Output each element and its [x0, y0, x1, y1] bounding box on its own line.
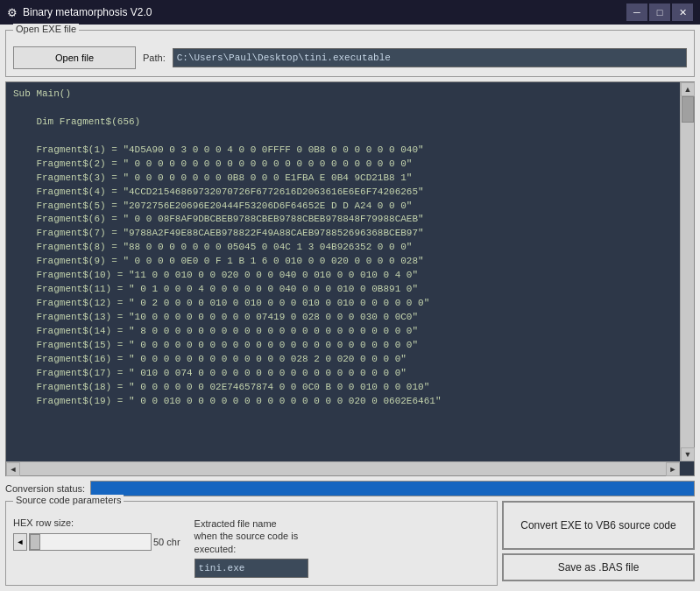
extracted-col: Extracted file name when the source code… [194, 517, 308, 578]
progress-bar-fill [91, 482, 694, 496]
scroll-left-arrow[interactable]: ◄ [6, 462, 20, 476]
title-bar-text: ⚙ Binary metamorphosis V2.0 [7, 6, 152, 19]
scroll-thumb[interactable] [682, 96, 694, 123]
bottom-panels: Source code parameters HEX row size: ◄ 5… [5, 501, 695, 586]
hex-row: HEX row size: [13, 517, 180, 528]
open-exe-group: Open EXE file Open file Path: [5, 30, 695, 77]
window-title: Binary metamorphosis V2.0 [23, 6, 152, 18]
main-window: Open EXE file Open file Path: Sub Main()… [0, 25, 700, 591]
app-icon: ⚙ [7, 6, 18, 19]
right-buttons: Convert EXE to VB6 source code Save as .… [502, 501, 695, 586]
path-label: Path: [143, 53, 166, 63]
scroll-right-arrow[interactable]: ► [666, 462, 680, 476]
slider-container: ◄ 50 chr [13, 533, 180, 551]
progress-bar [90, 481, 695, 496]
slider-track[interactable] [29, 533, 152, 551]
extracted-label: Extracted file name when the source code… [194, 517, 300, 555]
vertical-scrollbar[interactable]: ▲ ▼ [680, 82, 694, 461]
save-bas-button[interactable]: Save as .BAS file [502, 553, 695, 581]
hex-label: HEX row size: [13, 517, 74, 528]
open-file-row: Open file Path: [13, 46, 687, 69]
title-bar-controls: ─ □ ✕ [626, 4, 693, 21]
scroll-up-arrow[interactable]: ▲ [681, 82, 695, 96]
source-params-group: Source code parameters HEX row size: ◄ 5… [5, 501, 498, 586]
maximize-button[interactable]: □ [649, 4, 670, 21]
path-input[interactable] [173, 48, 687, 67]
scroll-down-arrow[interactable]: ▼ [681, 447, 695, 461]
open-exe-group-label: Open EXE file [13, 24, 79, 34]
chr-label: 50 chr [153, 537, 180, 547]
status-label: Conversion status: [5, 483, 85, 494]
convert-button[interactable]: Convert EXE to VB6 source code [502, 501, 695, 550]
horizontal-scrollbar[interactable]: ◄ ► [6, 461, 680, 475]
close-button[interactable]: ✕ [672, 4, 693, 21]
source-params-label: Source code parameters [13, 495, 124, 505]
title-bar: ⚙ Binary metamorphosis V2.0 ─ □ ✕ [0, 0, 700, 25]
code-display[interactable]: Sub Main() Dim Fragment$(656) Fragment$(… [6, 82, 694, 475]
code-area-wrapper: Sub Main() Dim Fragment$(656) Fragment$(… [5, 81, 695, 476]
open-file-button[interactable]: Open file [13, 46, 136, 69]
slider-left-button[interactable]: ◄ [13, 533, 27, 551]
extracted-filename-input[interactable] [194, 559, 308, 578]
slider-thumb[interactable] [30, 534, 40, 550]
minimize-button[interactable]: ─ [626, 4, 647, 21]
